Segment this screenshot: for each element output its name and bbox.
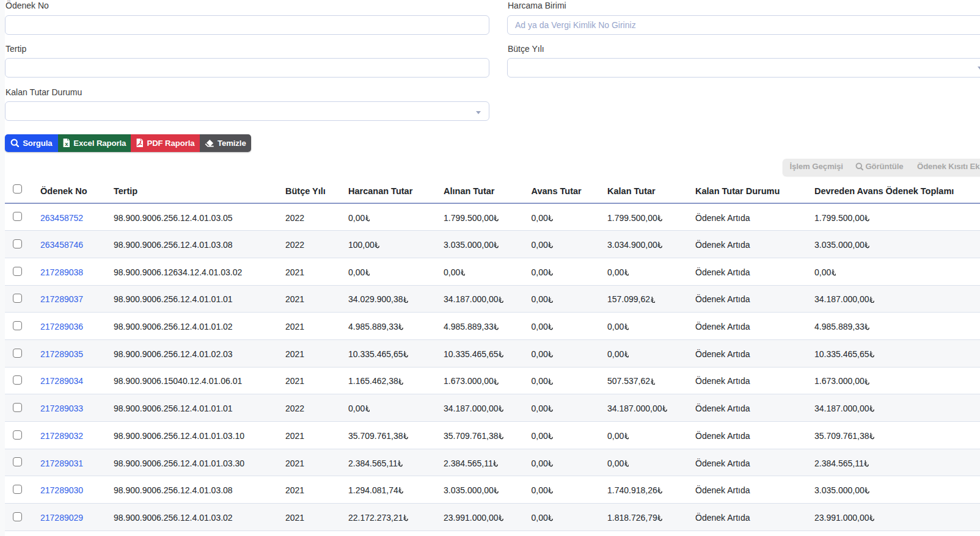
svg-text:x: x [65, 140, 68, 147]
